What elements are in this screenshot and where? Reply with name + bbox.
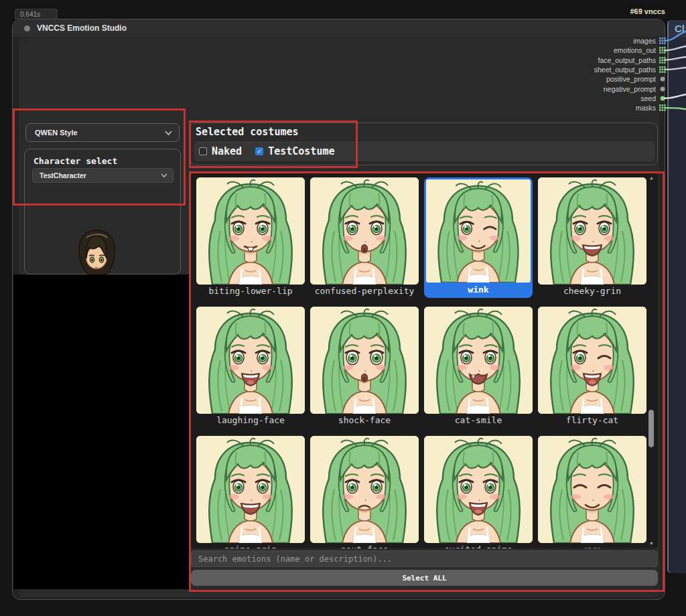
emotion-tile-flirty-cat[interactable]: flirty-cat (538, 307, 646, 427)
style-dropdown-value: QWEN Style (35, 129, 78, 137)
emotion-image (424, 436, 533, 543)
emotion-label: biting-lower-lip (196, 285, 305, 298)
emotion-image (538, 177, 646, 285)
neighbor-node[interactable]: Cl (667, 20, 686, 573)
costume-option-naked[interactable]: Naked (199, 145, 242, 157)
costume-label: TestCostume (268, 145, 334, 157)
search-input[interactable] (191, 550, 658, 567)
style-dropdown[interactable]: QWEN Style (25, 123, 180, 142)
node-id-badge: #69 vnccs (630, 7, 665, 15)
emotion-grid-container: biting-lower-lip confused-perplexity (191, 173, 658, 548)
grid-port-icon (659, 104, 666, 111)
emotion-tile-uwu[interactable]: uwu (538, 436, 646, 548)
checkbox-checked-icon[interactable]: ✓ (255, 147, 263, 155)
port-label: seed (640, 94, 656, 102)
port-label: masks (636, 104, 656, 112)
chevron-down-icon (165, 131, 172, 135)
port-label: images (633, 37, 656, 45)
dot-port-icon (659, 76, 666, 82)
neighbor-node-title: Cl (669, 20, 686, 37)
character-dropdown-value: TestCharacter (40, 171, 86, 179)
port-label: face_output_paths (598, 56, 656, 64)
scroll-down-icon[interactable]: ▼ (647, 541, 656, 546)
emotion-label: cheeky-grin (538, 285, 646, 298)
grid-port-icon (659, 66, 666, 73)
chevron-down-icon (161, 173, 167, 177)
character-dropdown[interactable]: TestCharacter (32, 168, 174, 183)
emotion-image (196, 307, 305, 414)
output-port-seed[interactable]: seed (462, 94, 667, 103)
emotion-label: wink (424, 283, 533, 298)
emotion-image (424, 307, 533, 414)
checkbox-unchecked-icon[interactable] (199, 147, 207, 155)
output-ports: images emotions_out face_output_paths sh… (462, 36, 667, 115)
emotion-tile-pout-face[interactable]: pout-face (310, 436, 419, 548)
emotion-label: confused-perplexity (310, 285, 419, 298)
blackout-overlay (13, 275, 190, 589)
output-port-sheet_output_paths[interactable]: sheet_output_paths (462, 65, 667, 74)
port-label: negative_prompt (604, 85, 656, 93)
node-title: VNCCS Emotion Studio (37, 23, 127, 33)
output-port-images[interactable]: images (462, 36, 667, 46)
emotion-image (538, 307, 646, 414)
collapse-dot-icon[interactable] (24, 25, 30, 31)
grid-port-icon (659, 47, 666, 54)
emotion-label: laughing-face (196, 414, 305, 427)
costume-checkbox-row: Naked✓ TestCostume (194, 141, 655, 161)
emotion-tile-shock-face[interactable]: shock-face (310, 307, 419, 427)
scrollbar-thumb[interactable] (648, 410, 654, 447)
emotion-image (310, 177, 419, 285)
dot-port-icon (659, 86, 666, 92)
emotion-grid-scrollbar[interactable]: ▲ ▼ (647, 174, 656, 548)
emotion-tile-biting-lower-lip[interactable]: biting-lower-lip (196, 177, 305, 298)
emotion-label: pout-face (310, 543, 419, 548)
port-label: emotions_out (614, 46, 656, 54)
output-port-emotions_out[interactable]: emotions_out (462, 46, 667, 55)
select-all-button[interactable]: Select ALL (191, 570, 658, 586)
grid-port-icon (659, 57, 666, 64)
execution-time-badge: 0.641s (15, 9, 58, 19)
emotion-tile-cat-smile[interactable]: cat-smile (424, 307, 533, 427)
emotion-label: excited-anime (424, 543, 533, 548)
scroll-up-icon[interactable]: ▲ (647, 175, 656, 181)
emotion-image (310, 307, 419, 414)
character-select-title: Character select (33, 156, 117, 166)
emotion-tile-excited-anime[interactable]: excited-anime (424, 436, 533, 548)
output-port-positive_prompt[interactable]: positive_prompt (462, 74, 667, 84)
selected-costumes-title: Selected costumes (196, 126, 299, 138)
emotion-tile-wink[interactable]: wink (424, 177, 533, 298)
character-preview-image (72, 228, 121, 277)
emotion-image (426, 179, 531, 283)
emotion-label: uwu (538, 543, 646, 548)
emotion-tile-laughing-face[interactable]: laughing-face (196, 307, 305, 427)
emotion-tile-confused-perplexity[interactable]: confused-perplexity (310, 177, 419, 298)
output-port-negative_prompt[interactable]: negative_prompt (462, 84, 667, 94)
costume-label: Naked (212, 145, 242, 157)
emotion-grid: biting-lower-lip confused-perplexity (196, 177, 646, 548)
emotion-label: cat-smile (424, 414, 533, 427)
grid-port-icon (659, 37, 666, 44)
emotion-tile-cheeky-grin[interactable]: cheeky-grin (538, 177, 646, 298)
emotion-image (196, 177, 305, 285)
emotion-label: shock-face (310, 414, 419, 427)
output-port-face_output_paths[interactable]: face_output_paths (462, 56, 667, 65)
node-header[interactable]: VNCCS Emotion Studio (13, 19, 665, 37)
emotion-label: flirty-cat (538, 414, 646, 427)
port-label: positive_prompt (606, 75, 656, 83)
comfyui-canvas: 0.641s #69 vnccs Cl VNCCS Emotion Studio… (0, 0, 686, 616)
emotion-image (538, 436, 646, 543)
selected-costumes-section: Selected costumes Naked✓ TestCostume (190, 123, 658, 165)
output-port-masks[interactable]: masks (462, 103, 667, 112)
port-label: sheet_output_paths (594, 66, 656, 74)
emotion-image (310, 436, 419, 543)
dot-port-icon (659, 95, 666, 102)
emotion-image (196, 436, 305, 543)
emotion-label: anime-grin (196, 543, 305, 548)
costume-option-testcostume[interactable]: ✓ TestCostume (255, 145, 334, 157)
emotion-tile-anime-grin[interactable]: anime-grin (196, 436, 305, 548)
